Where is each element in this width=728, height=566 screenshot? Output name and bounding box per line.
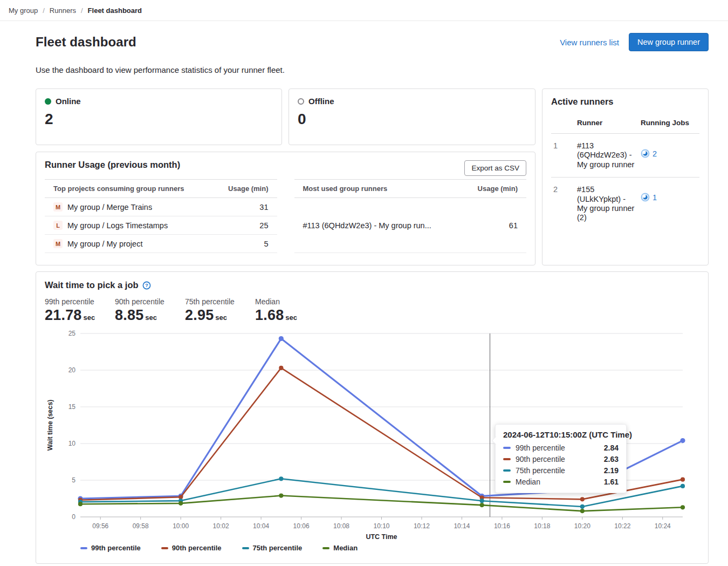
stat-value: 1.68 [255, 307, 284, 323]
runner-name: #113 (6QHdzW2e3) - My group runner [575, 134, 638, 178]
svg-text:10:14: 10:14 [454, 522, 470, 530]
stat-unit: sec [145, 313, 157, 322]
online-status-icon [45, 98, 51, 105]
new-group-runner-button[interactable]: New group runner [629, 33, 709, 51]
offline-label: Offline [308, 97, 334, 106]
svg-text:10: 10 [68, 440, 76, 447]
svg-text:UTC Time: UTC Time [366, 533, 397, 541]
svg-text:10:00: 10:00 [173, 522, 189, 530]
runner-usage-row: #113 (6QHdzW2e3) - My group run... 61 [294, 198, 527, 253]
running-status-icon [641, 149, 650, 158]
stat-99th-percentile: 99th percentile 21.78sec [45, 297, 99, 324]
stat-unit: sec [215, 313, 227, 322]
runner-usage-title: Runner Usage (previous month) [45, 160, 526, 170]
svg-text:10:22: 10:22 [614, 522, 630, 530]
wait-time-stats: 99th percentile 21.78sec 90th percentile… [45, 297, 699, 324]
runner-rank: 2 [551, 178, 575, 230]
offline-count: 0 [298, 111, 526, 128]
project-avatar: L [53, 221, 63, 230]
active-runners-jobs-header: Running Jobs [638, 114, 699, 134]
dashboard-description: Use the dashboard to view performance st… [36, 65, 709, 74]
svg-text:10:04: 10:04 [253, 522, 269, 530]
legend-item-75th[interactable]: 75th percentile [242, 544, 303, 552]
project-avatar: M [53, 202, 63, 212]
running-jobs-link[interactable]: 1 [641, 193, 697, 202]
stat-value: 8.85 [115, 307, 143, 323]
online-runners-card: Online 2 [36, 88, 282, 145]
offline-status-icon [298, 98, 304, 105]
top-projects-table: Top projects consuming group runners Usa… [45, 179, 277, 253]
svg-text:10:12: 10:12 [414, 522, 430, 530]
svg-text:Wait time (secs): Wait time (secs) [46, 400, 54, 451]
svg-text:15: 15 [68, 403, 76, 411]
legend-item-90th[interactable]: 90th percentile [161, 544, 222, 552]
help-icon[interactable]: ? [142, 281, 151, 290]
tooltip-row: 75th percentile 2.19 [503, 466, 619, 475]
project-usage-row: M My group / Merge Trains 31 [45, 198, 277, 216]
stat-value: 2.95 [185, 307, 214, 323]
series-dash-icon [503, 469, 511, 472]
legend-item-99th[interactable]: 99th percentile [80, 544, 141, 552]
runner-usage-minutes: 61 [461, 198, 526, 253]
svg-text:10:02: 10:02 [213, 522, 229, 530]
online-label: Online [56, 97, 81, 106]
series-dash-icon [80, 547, 87, 549]
stat-75th-percentile: 75th percentile 2.95sec [185, 297, 239, 324]
view-runners-list-link[interactable]: View runners list [560, 38, 619, 47]
active-runners-title: Active runners [551, 97, 699, 107]
svg-text:10:06: 10:06 [293, 522, 310, 530]
svg-text:0: 0 [72, 513, 75, 521]
tooltip-row: Median 1.61 [503, 478, 619, 486]
runner-usage-card: Runner Usage (previous month) Export as … [36, 152, 535, 265]
tooltip-row: 90th percentile 2.63 [503, 455, 619, 463]
runner-usage-name: #113 (6QHdzW2e3) - My group run... [294, 198, 461, 253]
svg-text:10:10: 10:10 [373, 522, 389, 530]
top-projects-header: Top projects consuming group runners [45, 180, 212, 198]
series-dash-icon [503, 458, 511, 460]
svg-text:10:24: 10:24 [655, 522, 671, 530]
stat-unit: sec [285, 313, 297, 322]
offline-runners-card: Offline 0 [289, 88, 535, 145]
breadcrumb-runners[interactable]: Runners [50, 6, 76, 15]
svg-text:20: 20 [68, 366, 76, 374]
chart-legend: 99th percentile 90th percentile 75th per… [45, 544, 699, 552]
project-usage-minutes: 5 [212, 235, 277, 253]
project-usage-minutes: 31 [212, 198, 277, 216]
online-count: 2 [45, 111, 273, 128]
project-usage-minutes: 25 [212, 216, 277, 235]
breadcrumb: My group / Runners / Fleet dashboard [0, 0, 728, 21]
series-dash-icon [322, 547, 329, 549]
svg-text:10:16: 10:16 [494, 522, 510, 530]
tooltip-row: 99th percentile 2.84 [503, 444, 619, 452]
runner-name: #155 (ULkKYpkpt) - My group runner (2) [575, 178, 638, 230]
page-title: Fleet dashboard [36, 35, 136, 50]
svg-text:09:58: 09:58 [133, 522, 149, 530]
most-used-runners-header: Most used group runners [294, 180, 461, 198]
svg-text:?: ? [145, 282, 148, 288]
project-name: My group / Merge Trains [67, 203, 152, 212]
wait-time-title: Wait time to pick a job [45, 280, 139, 290]
svg-text:10:18: 10:18 [534, 522, 550, 530]
svg-text:10:08: 10:08 [333, 522, 349, 530]
project-usage-row: M My group / My project 5 [45, 235, 277, 253]
wait-time-card: Wait time to pick a job ? 99th percentil… [36, 271, 709, 564]
active-runners-card: Active runners Runner Running Jobs 1 #11… [542, 88, 709, 265]
running-jobs-count: 2 [653, 149, 657, 158]
tooltip-title: 2024-06-12T10:15:00Z (UTC Time) [503, 430, 619, 439]
active-runners-index-header [551, 114, 575, 134]
most-used-runners-table: Most used group runners Usage (min) #113… [294, 179, 527, 253]
series-dash-icon [161, 547, 168, 549]
running-jobs-count: 1 [653, 193, 657, 202]
active-runners-runner-header: Runner [575, 114, 638, 134]
legend-item-median[interactable]: Median [322, 544, 358, 552]
export-csv-button[interactable]: Export as CSV [464, 160, 526, 176]
project-avatar: M [53, 239, 63, 248]
svg-text:10:20: 10:20 [574, 522, 590, 530]
breadcrumb-my-group[interactable]: My group [9, 6, 38, 15]
project-name: My group / My project [67, 240, 142, 248]
running-status-icon [641, 193, 650, 202]
svg-text:5: 5 [72, 476, 75, 484]
usage-min-header: Usage (min) [212, 180, 277, 198]
svg-text:25: 25 [68, 330, 76, 337]
running-jobs-link[interactable]: 2 [641, 149, 697, 158]
